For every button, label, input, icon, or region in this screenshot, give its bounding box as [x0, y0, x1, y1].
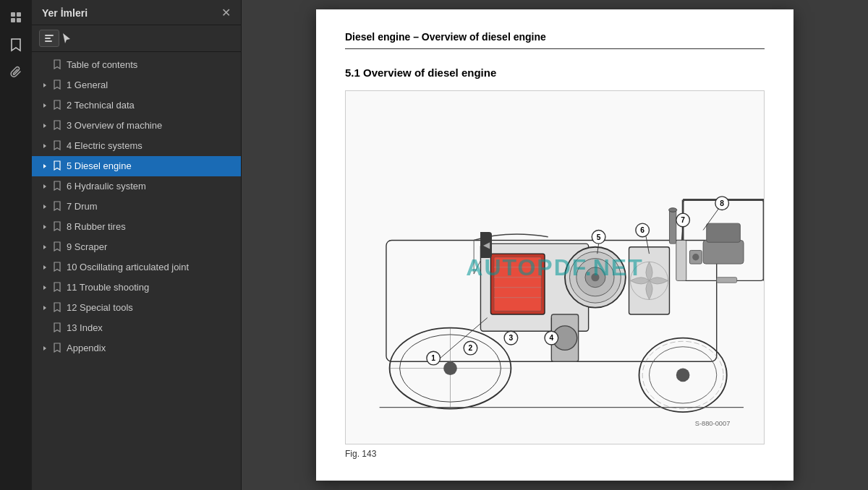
bookmark-icon-11-trouble-shooting [54, 282, 64, 294]
nav-item-11-trouble-shooting[interactable]: 11 Trouble shooting [32, 278, 241, 298]
nav-list: Table of contents1 General2 Technical da… [32, 52, 241, 490]
sidebar-toolbar [32, 25, 241, 52]
bookmark-icon-8-rubber-tires [54, 221, 64, 233]
bookmark-icon-3-overview-of-machine [54, 120, 64, 132]
svg-rect-36 [707, 223, 741, 242]
nav-item-4-electric-systems[interactable]: 4 Electric systems [32, 136, 241, 156]
expand-btn-4-electric-systems[interactable] [39, 140, 51, 152]
svg-point-40 [669, 208, 677, 212]
svg-text:2: 2 [469, 345, 473, 353]
nav-item-9-scraper[interactable]: 9 Scraper [32, 237, 241, 257]
bookmark-icon-9-scraper [54, 241, 64, 254]
pages-icon[interactable] [4, 6, 27, 29]
svg-text:3: 3 [509, 335, 514, 343]
bookmark-icon-appendix [54, 343, 64, 355]
expand-btn-2-technical-data[interactable] [39, 100, 51, 111]
svg-rect-43 [676, 241, 686, 281]
svg-text:7: 7 [681, 216, 685, 224]
nav-item-2-technical-data[interactable]: 2 Technical data [32, 95, 241, 116]
sidebar-tool-expand-button[interactable] [39, 30, 59, 47]
page-header-title: Diesel engine – Overview of diesel engin… [345, 31, 765, 49]
nav-label-12-special-tools: 12 Special tools [67, 302, 235, 314]
nav-label-3-overview-of-machine: 3 Overview of machine [67, 120, 235, 132]
nav-item-7-drum[interactable]: 7 Drum [32, 197, 241, 217]
svg-line-47 [441, 318, 488, 358]
bookmark-toolbar-icon[interactable] [4, 33, 27, 56]
nav-label-8-rubber-tires: 8 Rubber tires [67, 221, 235, 233]
nav-label-5-diesel-engine: 5 Diesel engine [67, 160, 235, 173]
expand-btn-8-rubber-tires[interactable] [39, 221, 51, 233]
svg-text:S-880-0007: S-880-0007 [695, 420, 731, 427]
svg-rect-5 [45, 38, 51, 39]
expand-btn-appendix[interactable] [39, 343, 51, 354]
diagram-container: AUTOPDF.NET [345, 90, 765, 444]
svg-rect-44 [717, 278, 737, 283]
nav-label-7-drum: 7 Drum [67, 201, 235, 213]
bookmark-icon-6-hydraulic-system [54, 181, 64, 193]
bookmark-icon-12-special-tools [54, 302, 64, 314]
svg-text:8: 8 [720, 199, 724, 207]
svg-point-15 [676, 369, 690, 382]
svg-rect-39 [669, 210, 676, 244]
document-page: Diesel engine – Overview of diesel engin… [316, 9, 793, 481]
nav-label-11-trouble-shooting: 11 Trouble shooting [67, 282, 235, 294]
expand-btn-9-scraper[interactable] [39, 241, 51, 253]
svg-rect-0 [11, 12, 15, 17]
nav-item-13-index[interactable]: 13 Index [32, 318, 241, 338]
svg-rect-2 [11, 18, 15, 22]
sidebar-collapse-button[interactable]: ◀ [480, 232, 492, 258]
bookmark-icon-13-index [54, 322, 64, 335]
expand-btn-6-hydraulic-system[interactable] [39, 181, 51, 192]
nav-item-3-overview-of-machine[interactable]: 3 Overview of machine [32, 116, 241, 136]
sidebar-close-button[interactable]: ✕ [221, 7, 231, 19]
svg-point-38 [692, 254, 699, 260]
expand-btn-12-special-tools[interactable] [39, 302, 51, 314]
sidebar-panel: Yer İmleri ✕ Table of contents1 General2… [32, 0, 242, 490]
expand-btn-10-oscillating[interactable] [39, 262, 51, 273]
nav-item-table-of-contents[interactable]: Table of contents [32, 55, 241, 75]
nav-item-1-general[interactable]: 1 General [32, 75, 241, 95]
nav-label-4-electric-systems: 4 Electric systems [67, 140, 235, 152]
nav-label-2-technical-data: 2 Technical data [67, 100, 235, 112]
svg-rect-3 [17, 18, 21, 22]
expand-btn-1-general[interactable] [39, 79, 51, 91]
main-content-area: Diesel engine – Overview of diesel engin… [242, 0, 868, 490]
expand-btn-5-diesel-engine[interactable] [39, 160, 51, 172]
bookmark-icon-7-drum [54, 201, 64, 213]
expand-btn-7-drum[interactable] [39, 201, 51, 212]
fig-caption: Fig. 143 [345, 449, 765, 459]
nav-label-appendix: Appendix [67, 343, 235, 355]
expand-btn-11-trouble-shooting[interactable] [39, 282, 51, 293]
svg-rect-4 [45, 35, 54, 36]
svg-text:1: 1 [431, 355, 435, 363]
attachment-icon[interactable] [4, 61, 27, 84]
bookmark-icon-2-technical-data [54, 100, 64, 112]
nav-item-8-rubber-tires[interactable]: 8 Rubber tires [32, 217, 241, 237]
nav-item-6-hydraulic-system[interactable]: 6 Hydraulic system [32, 176, 241, 197]
bookmark-icon-10-oscillating [54, 262, 64, 274]
nav-label-10-oscillating: 10 Oscillating articulated joint [67, 262, 235, 274]
svg-rect-35 [703, 241, 744, 265]
bookmark-icon-table-of-contents [54, 59, 64, 72]
expand-btn-3-overview-of-machine[interactable] [39, 120, 51, 132]
nav-label-1-general: 1 General [67, 79, 235, 92]
nav-item-appendix[interactable]: Appendix [32, 338, 241, 358]
svg-text:4: 4 [549, 335, 553, 343]
nav-label-9-scraper: 9 Scraper [67, 241, 235, 254]
cursor-indicator [62, 33, 74, 44]
bookmark-icon-1-general [54, 79, 64, 92]
nav-label-table-of-contents: Table of contents [67, 59, 235, 72]
svg-text:6: 6 [640, 226, 644, 234]
nav-item-12-special-tools[interactable]: 12 Special tools [32, 298, 241, 318]
nav-item-10-oscillating[interactable]: 10 Oscillating articulated joint [32, 257, 241, 278]
svg-rect-19 [494, 257, 541, 311]
sidebar-header: Yer İmleri ✕ [32, 0, 241, 25]
svg-rect-6 [45, 40, 52, 42]
svg-text:5: 5 [597, 233, 601, 241]
sidebar-title: Yer İmleri [42, 7, 88, 19]
machine-diagram: 1 2 3 4 5 6 [346, 106, 764, 429]
bookmark-icon-4-electric-systems [54, 140, 64, 152]
nav-item-5-diesel-engine[interactable]: 5 Diesel engine [32, 156, 241, 176]
bookmark-icon-5-diesel-engine [54, 160, 64, 173]
left-toolbar [0, 0, 32, 490]
